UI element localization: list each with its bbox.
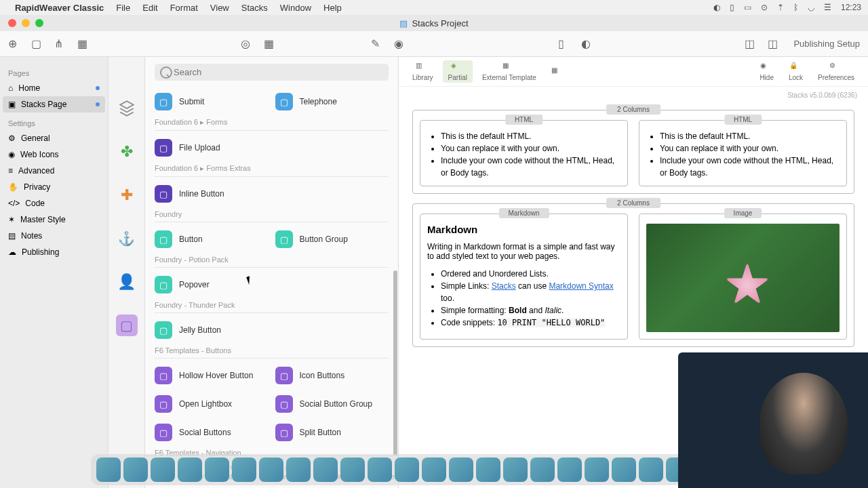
dock-app-icon[interactable] [476,458,500,482]
preview-icon[interactable]: ◉ [394,37,408,51]
library-item[interactable]: ▢File Upload [155,139,269,157]
category-person-icon[interactable]: 👤 [116,271,138,293]
mode-hide[interactable]: ◉Hide [754,60,779,83]
grid-icon[interactable]: ▦ [264,37,277,51]
dock-app-icon[interactable] [368,458,392,482]
menu-view[interactable]: View [210,3,229,13]
status-icon[interactable]: ⇡ [777,3,784,12]
add-page-icon[interactable]: ⊕ [8,37,22,51]
library-item[interactable]: ▢Telephone [275,93,389,110]
dock-app-icon[interactable] [259,458,283,482]
device-icon[interactable]: ▯ [558,37,572,51]
sidebar-page-home[interactable]: ⌂Home [0,80,108,96]
app-name[interactable]: RapidWeaver Classic [15,3,104,13]
library-item[interactable]: ▢Hollow Hover Button [155,367,269,384]
dock-app-icon[interactable] [530,458,555,482]
minimize-window-button[interactable] [22,19,30,27]
category-puzzle-icon[interactable]: ✚ [116,184,138,206]
control-center-icon[interactable]: ☰ [824,3,831,12]
dock-app-icon[interactable] [585,458,609,482]
dock-app-icon[interactable] [395,458,419,482]
battery-icon[interactable]: ▭ [744,3,751,12]
library-item[interactable]: ▢Inline Button [155,185,269,203]
dock-app-icon[interactable] [422,458,446,482]
clock[interactable]: 12:23 [841,3,861,12]
mode-partial[interactable]: ◈Partial [443,60,473,83]
stack-2columns[interactable]: 2 Columns HTMLThis is the default HTML.Y… [412,110,854,194]
stack-html[interactable]: HTMLThis is the default HTML.You can rep… [420,120,628,186]
stack-html[interactable]: HTMLThis is the default HTML.You can rep… [639,120,847,186]
dock-app-icon[interactable] [313,458,338,482]
dock-app-icon[interactable] [612,458,636,482]
stack-2columns[interactable]: 2 Columns Markdown Markdown Writing in M… [412,203,854,347]
media-icon[interactable]: ▦ [77,37,91,51]
sidebar-privacy[interactable]: ✋Privacy [0,179,108,195]
sidebar-page-stacks[interactable]: ▣Stacks Page [3,96,105,113]
close-window-button[interactable] [8,19,16,27]
menu-help[interactable]: Help [323,3,342,13]
sidebar-general[interactable]: ⚙General [0,130,108,146]
sidebar-right-icon[interactable]: ◫ [768,37,781,51]
sidebar-webicons[interactable]: ◉Web Icons [0,146,108,163]
edit-icon[interactable]: ✎ [371,37,384,51]
source-icon[interactable]: ◎ [241,37,254,51]
bluetooth-icon[interactable]: ᛒ [793,3,798,12]
library-item[interactable]: ▢Split Button [275,424,389,441]
mode-lock[interactable]: 🔒Lock [783,60,808,83]
dock-app-icon[interactable] [205,458,229,482]
dock-app-icon[interactable] [96,458,121,482]
search-input[interactable] [155,64,389,81]
dock-app-icon[interactable] [151,458,175,482]
library-item[interactable]: ▢Open Lightbox [155,395,269,413]
dock-app-icon[interactable] [340,458,365,482]
status-icon[interactable]: ▯ [730,3,734,12]
dock-app-icon[interactable] [639,458,663,482]
dock-app-icon[interactable] [503,458,528,482]
dock-app-icon[interactable] [232,458,256,482]
category-selected-icon[interactable]: ▢ [116,314,138,336]
dock-app-icon[interactable] [123,458,148,482]
library-item[interactable]: ▢Popover [155,276,269,293]
mode-prefs[interactable]: ⚙Preferences [812,60,860,83]
mode-library[interactable]: ▥Library [407,60,439,83]
library-item[interactable]: ▢Jelly Button [155,321,269,339]
library-item[interactable]: ▢Button [155,230,269,248]
dock-app-icon[interactable] [286,458,311,482]
simulate-icon[interactable]: ◐ [581,37,595,51]
snippets-icon[interactable]: ⋔ [54,37,68,51]
library-item[interactable]: ▢Button Group [275,230,389,248]
sidebar-publishing[interactable]: ☁Publishing [0,244,108,260]
stack-markdown[interactable]: Markdown Markdown Writing in Markdown fo… [420,214,628,340]
dock-app-icon[interactable] [449,458,473,482]
dock-app-icon[interactable] [178,458,202,482]
category-anchor-icon[interactable]: ⚓ [116,228,138,249]
library-item[interactable]: ▢Social Buttons [155,424,269,441]
maximize-window-button[interactable] [35,19,43,27]
sidebar-code[interactable]: </>Code [0,195,108,211]
library-item[interactable]: ▢Social Button Group [275,395,389,413]
menu-file[interactable]: File [116,3,130,13]
sidebar-masterstyle[interactable]: ✶Master Style [0,211,108,228]
status-icon[interactable]: ⊙ [761,3,768,12]
mode-grid[interactable]: ▦ [546,65,570,79]
publishing-setup-button[interactable]: Publishing Setup [793,39,860,49]
menu-format[interactable]: Format [170,3,198,13]
scrollbar[interactable] [393,270,397,455]
wifi-icon[interactable]: ◡ [808,3,814,12]
status-icon[interactable]: ◐ [713,3,720,12]
menu-edit[interactable]: Edit [142,3,157,13]
sidebar-left-icon[interactable]: ◫ [745,37,758,51]
sidebar-notes[interactable]: ▤Notes [0,228,108,244]
library-item[interactable]: ▢Icon Buttons [275,367,389,384]
category-all-icon[interactable] [116,98,138,119]
macos-dock[interactable] [91,454,777,485]
menu-stacks[interactable]: Stacks [241,3,268,13]
library-item[interactable]: ▢Submit [155,93,269,110]
sidebar-advanced[interactable]: ≡Advanced [0,163,108,179]
dock-app-icon[interactable] [557,458,582,482]
resources-icon[interactable]: ▢ [31,37,45,51]
menu-window[interactable]: Window [280,3,311,13]
category-addons-icon[interactable]: ✤ [116,141,138,163]
mode-external[interactable]: ▦External Template [477,60,542,83]
stack-image[interactable]: Image [639,214,847,340]
